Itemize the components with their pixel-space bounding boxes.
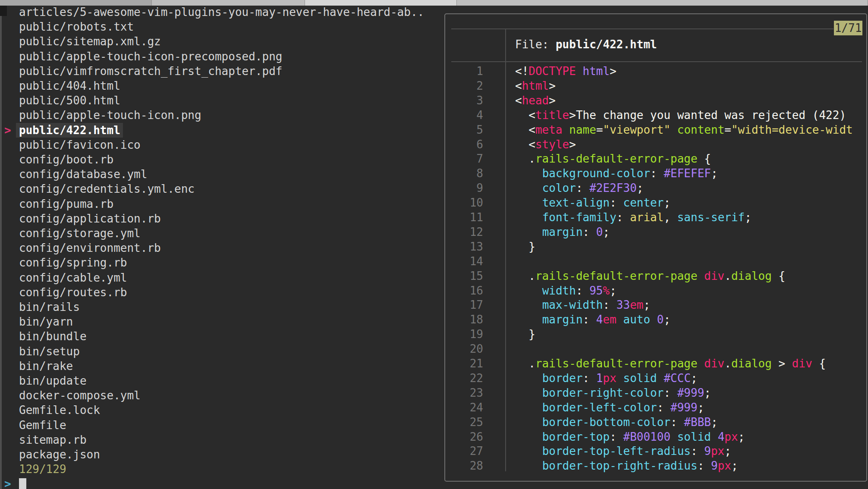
code-text: border-top-right-radius: 9px; — [515, 458, 738, 473]
line-number: 11 — [449, 210, 483, 225]
code-line: 28 border-top-right-radius: 9px; — [0, 458, 868, 473]
code-text: .rails-default-error-page div.dialog > d… — [515, 356, 826, 371]
code-text: border-top-left-radius: 9px; — [515, 444, 731, 458]
code-line: 3<head> — [0, 93, 868, 108]
code-line: 15 .rails-default-error-page div.dialog … — [0, 269, 868, 283]
file-label: File: — [515, 38, 556, 51]
line-number: 1 — [449, 64, 483, 78]
line-number: 15 — [449, 269, 483, 283]
code-text: text-align: center; — [515, 195, 670, 210]
code-text: <!DOCTYPE html> — [515, 64, 616, 78]
code-text: margin: 4em auto 0; — [515, 312, 670, 327]
line-number: 19 — [449, 327, 483, 342]
code-text: } — [515, 239, 535, 254]
code-text: max-width: 33em; — [515, 298, 650, 312]
code-line: 12 margin: 0; — [0, 225, 868, 239]
code-text: <title>The change you wanted was rejecte… — [515, 108, 846, 122]
line-number: 2 — [449, 78, 483, 93]
code-line: 2<html> — [0, 78, 868, 93]
code-line: 4 <title>The change you wanted was rejec… — [0, 108, 868, 122]
code-line: 13 } — [0, 239, 868, 254]
code-text: <head> — [515, 93, 556, 108]
line-number: 21 — [449, 356, 483, 371]
code-line: 20 — [0, 342, 868, 356]
code-line: 24 border-left-color: #999; — [0, 400, 868, 415]
code-text: border-left-color: #999; — [515, 400, 704, 415]
line-number: 18 — [449, 312, 483, 327]
code-line: 18 margin: 4em auto 0; — [0, 312, 868, 327]
line-number: 10 — [449, 195, 483, 210]
code-line: 27 border-top-left-radius: 9px; — [0, 444, 868, 458]
bat-header-rule-top — [451, 28, 833, 29]
code-text: border-top: #B00100 solid 4px; — [515, 429, 745, 444]
bat-header-rule-bottom — [451, 61, 862, 62]
file-name: public/422.html — [556, 38, 657, 51]
line-number: 9 — [449, 181, 483, 195]
code-line: 26 border-top: #B00100 solid 4px; — [0, 429, 868, 444]
line-number: 5 — [449, 122, 483, 137]
code-line: 23 border-right-color: #999; — [0, 386, 868, 400]
code-line: 10 text-align: center; — [0, 195, 868, 210]
line-number: 12 — [449, 225, 483, 239]
code-text: background-color: #EFEFEF; — [515, 166, 718, 181]
code-line: 25 border-bottom-color: #BBB; — [0, 415, 868, 429]
line-number: 14 — [449, 254, 483, 269]
code-line: 11 font-family: arial, sans-serif; — [0, 210, 868, 225]
window-corner-notch — [0, 6, 7, 16]
code-text: <html> — [515, 78, 556, 93]
code-text: .rails-default-error-page div.dialog { — [515, 269, 785, 283]
line-number: 20 — [449, 342, 483, 356]
code-line: 16 width: 95%; — [0, 283, 868, 298]
code-line: 6 <style> — [0, 137, 868, 152]
code-line: 1<!DOCTYPE html> — [0, 64, 868, 78]
line-number: 27 — [449, 444, 483, 458]
code-text: border-bottom-color: #BBB; — [515, 415, 718, 429]
preview-scroll-badge: 1/71 — [834, 21, 862, 35]
line-number: 26 — [449, 429, 483, 444]
line-number: 17 — [449, 298, 483, 312]
code-text: font-family: arial, sans-serif; — [515, 210, 752, 225]
code-line: 19 } — [0, 327, 868, 342]
code-text: color: #2E2F30; — [515, 181, 643, 195]
file-path-label: articles/5-awesome-vim-plugins-you-may-n… — [19, 5, 424, 19]
line-number: 3 — [449, 93, 483, 108]
code-line: 7 .rails-default-error-page { — [0, 151, 868, 166]
line-number: 25 — [449, 415, 483, 429]
code-text: } — [515, 327, 535, 342]
preview-file-header: File: public/422.html — [515, 37, 657, 52]
line-number: 22 — [449, 371, 483, 386]
line-number: 6 — [449, 137, 483, 152]
file-path-label: public/sitemap.xml.gz — [19, 34, 161, 49]
code-line: 8 background-color: #EFEFEF; — [0, 166, 868, 181]
code-line: 9 color: #2E2F30; — [0, 181, 868, 195]
code-line: 22 border: 1px solid #CCC; — [0, 371, 868, 386]
code-line: 21 .rails-default-error-page div.dialog … — [0, 356, 868, 371]
terminal-window: articles/5-awesome-vim-plugins-you-may-n… — [0, 0, 868, 489]
code-text: width: 95%; — [515, 283, 616, 298]
text-cursor — [19, 478, 26, 489]
code-line: 5 <meta name="viewport" content="width=d… — [0, 122, 868, 137]
line-number: 7 — [449, 151, 483, 166]
code-text: <meta name="viewport" content="width=dev… — [515, 122, 853, 137]
code-text: .rails-default-error-page { — [515, 151, 711, 166]
prompt-arrow-icon: > — [4, 476, 11, 489]
line-number: 8 — [449, 166, 483, 181]
line-number: 23 — [449, 386, 483, 400]
line-number: 24 — [449, 400, 483, 415]
line-number: 28 — [449, 458, 483, 473]
line-number: 13 — [449, 239, 483, 254]
code-text: border: 1px solid #CCC; — [515, 371, 698, 386]
line-number: 16 — [449, 283, 483, 298]
file-path-label: public/apple-touch-icon-precomposed.png — [19, 49, 282, 64]
file-path-label: public/robots.txt — [19, 19, 134, 34]
code-text: margin: 0; — [515, 225, 610, 239]
line-number: 4 — [449, 108, 483, 122]
browser-tab-segment[interactable] — [457, 0, 868, 6]
code-text: <style> — [515, 137, 576, 152]
code-line: 14 — [0, 254, 868, 269]
code-line: 17 max-width: 33em; — [0, 298, 868, 312]
code-text: border-right-color: #999; — [515, 386, 711, 400]
